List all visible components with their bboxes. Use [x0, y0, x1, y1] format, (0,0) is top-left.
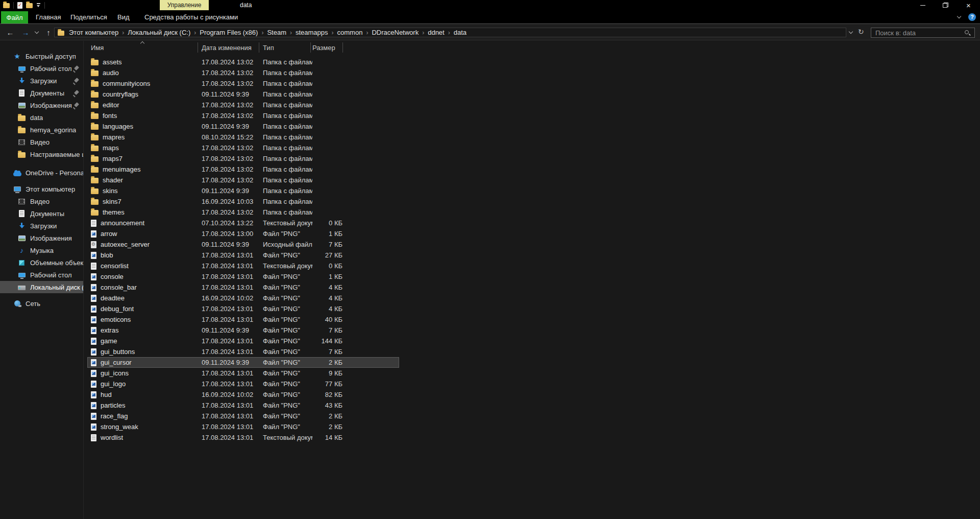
table-row[interactable]: languages09.11.2024 9:39Папка с файлами: [87, 121, 399, 132]
sidebar-item-музыка[interactable]: ♪Музыка: [0, 244, 83, 256]
table-row[interactable]: emoticons17.08.2024 13:01Файл "PNG"40 КБ: [87, 314, 399, 325]
table-row[interactable]: deadtee16.09.2024 10:02Файл "PNG"4 КБ: [87, 293, 399, 303]
tab-view[interactable]: Вид: [117, 10, 130, 23]
table-row[interactable]: countryflags09.11.2024 9:39Папка с файла…: [87, 89, 399, 100]
table-row[interactable]: race_flag17.08.2024 13:01Файл "PNG"2 КБ: [87, 411, 399, 421]
properties-icon[interactable]: [17, 2, 22, 9]
table-row[interactable]: announcement07.10.2024 13:22Текстовый до…: [87, 218, 399, 228]
search-input[interactable]: [871, 28, 974, 37]
table-row[interactable]: shader17.08.2024 13:02Папка с файлами: [87, 175, 399, 185]
table-row[interactable]: audio17.08.2024 13:02Папка с файлами: [87, 67, 399, 78]
sidebar-item-hernya-egorina[interactable]: hernya_egorina: [0, 124, 83, 136]
table-row[interactable]: censorlist17.08.2024 13:01Текстовый доку…: [87, 261, 399, 271]
breadcrumb-item[interactable]: Локальный диск (C:): [125, 29, 193, 36]
breadcrumb-item[interactable]: data: [451, 29, 469, 36]
table-row[interactable]: gui_cursor09.11.2024 9:39Файл "PNG"2 КБ: [87, 357, 399, 368]
sidebar-item-data[interactable]: data: [0, 111, 83, 124]
table-row[interactable]: gui_icons17.08.2024 13:01Файл "PNG"9 КБ: [87, 368, 399, 379]
breadcrumb-item[interactable]: DDraceNetwork: [369, 29, 421, 36]
table-row[interactable]: editor17.08.2024 13:02Папка с файлами: [87, 100, 399, 110]
sidebar-section-network[interactable]: Сеть: [0, 297, 83, 310]
table-row[interactable]: extras09.11.2024 9:39Файл "PNG"7 КБ: [87, 325, 399, 336]
table-row[interactable]: wordlist17.08.2024 13:01Текстовый докум.…: [87, 432, 399, 443]
column-header-name[interactable]: Имя: [91, 44, 104, 52]
sidebar-section-quick-access[interactable]: ★Быстрый доступ: [0, 50, 83, 62]
table-row[interactable]: skins09.11.2024 9:39Папка с файлами: [87, 185, 399, 196]
tab-picture-tools[interactable]: Средства работы с рисунками: [144, 10, 238, 23]
table-row[interactable]: hud16.09.2024 10:02Файл "PNG"82 КБ: [87, 389, 399, 400]
table-row[interactable]: particles17.08.2024 13:01Файл "PNG"43 КБ: [87, 400, 399, 411]
table-row[interactable]: themes17.08.2024 13:02Папка с файлами: [87, 207, 399, 218]
sidebar-section-onedrive[interactable]: OneDrive - Personal: [0, 167, 83, 179]
table-row[interactable]: mapres08.10.2024 15:22Папка с файлами: [87, 132, 399, 143]
sidebar-item-загрузки[interactable]: Загрузки: [0, 220, 83, 232]
table-row[interactable]: gui_logo17.08.2024 13:01Файл "PNG"77 КБ: [87, 379, 399, 389]
tab-home[interactable]: Главная: [36, 10, 61, 23]
new-folder-icon[interactable]: [26, 3, 33, 8]
sidebar-item-локальный-диск-c-[interactable]: Локальный диск (C:: [0, 281, 83, 293]
table-row[interactable]: arrow17.08.2024 13:00Файл "PNG"1 КБ: [87, 228, 399, 239]
table-row[interactable]: communityicons17.08.2024 13:02Папка с фа…: [87, 78, 399, 89]
column-divider[interactable]: [259, 42, 259, 53]
sidebar-item-label: Изображения: [30, 102, 72, 109]
column-header-date[interactable]: Дата изменения: [202, 44, 252, 52]
close-button[interactable]: ×: [957, 0, 980, 10]
sidebar-item-документы[interactable]: Документы: [0, 207, 83, 220]
address-box[interactable]: Этот компьютер›Локальный диск (C:)›Progr…: [54, 28, 846, 37]
sidebar-item-документы[interactable]: Документы: [0, 87, 83, 99]
column-header-size[interactable]: Размер: [312, 44, 335, 52]
table-row[interactable]: debug_font17.08.2024 13:01Файл "PNG"4 КБ: [87, 303, 399, 314]
sidebar-item-рабочий-стол[interactable]: Рабочий стол: [0, 62, 83, 75]
column-header-type[interactable]: Тип: [263, 44, 274, 52]
sidebar-item-загрузки[interactable]: Загрузки: [0, 75, 83, 87]
breadcrumb-item[interactable]: ddnet: [425, 29, 447, 36]
breadcrumb-item[interactable]: common: [335, 29, 365, 36]
table-row[interactable]: skins716.09.2024 10:03Папка с файлами: [87, 196, 399, 207]
table-row[interactable]: blob17.08.2024 13:01Файл "PNG"27 КБ: [87, 250, 399, 261]
table-row[interactable]: fonts17.08.2024 13:02Папка с файлами: [87, 110, 399, 121]
back-button[interactable]: ←: [4, 25, 16, 40]
tab-file[interactable]: Файл: [1, 11, 28, 23]
refresh-icon[interactable]: ↻: [858, 28, 864, 36]
expand-ribbon-icon[interactable]: [957, 14, 962, 19]
help-icon[interactable]: ?: [968, 13, 976, 21]
table-row[interactable]: maps717.08.2024 13:02Папка с файлами: [87, 153, 399, 164]
breadcrumb-item[interactable]: Этот компьютер: [66, 29, 121, 36]
sidebar-item-настраиваемые-ш[interactable]: Настраиваемые ш: [0, 148, 83, 160]
up-button[interactable]: ↑: [43, 25, 54, 40]
sidebar-item-видео[interactable]: Видео: [0, 136, 83, 148]
table-row[interactable]: assets17.08.2024 13:02Папка с файлами: [87, 57, 399, 67]
sidebar-gap: [0, 293, 83, 297]
table-row[interactable]: game17.08.2024 13:01Файл "PNG"144 КБ: [87, 336, 399, 346]
restore-button[interactable]: [934, 0, 957, 10]
sidebar-item-рабочий-стол[interactable]: Рабочий стол: [0, 269, 83, 281]
table-row[interactable]: menuimages17.08.2024 13:02Папка с файлам…: [87, 164, 399, 175]
sidebar-icon-wrap: ♪: [17, 247, 26, 254]
tab-share[interactable]: Поделиться: [70, 10, 107, 23]
recent-locations-icon[interactable]: [33, 25, 41, 40]
table-row[interactable]: autoexec_server09.11.2024 9:39Исходный ф…: [87, 239, 399, 250]
table-row[interactable]: strong_weak17.08.2024 13:01Файл "PNG"2 К…: [87, 421, 399, 432]
breadcrumb-item[interactable]: Program Files (x86): [197, 29, 260, 36]
minimize-button[interactable]: [911, 0, 934, 10]
customize-toolbar-icon[interactable]: [36, 3, 41, 8]
sidebar-item-видео[interactable]: Видео: [0, 195, 83, 207]
breadcrumb-item[interactable]: steamapps: [293, 29, 331, 36]
file-type: Файл "PNG": [263, 348, 312, 356]
table-row[interactable]: maps17.08.2024 13:02Папка с файлами: [87, 143, 399, 153]
column-divider[interactable]: [198, 42, 198, 53]
column-divider[interactable]: [310, 42, 311, 53]
sidebar-item-изображения[interactable]: Изображения: [0, 232, 83, 244]
sidebar-item-изображения[interactable]: Изображения: [0, 99, 83, 111]
address-dropdown-icon[interactable]: [848, 30, 853, 35]
file-type: Папка с файлами: [263, 208, 312, 216]
folder-icon[interactable]: [3, 3, 10, 8]
table-row[interactable]: console17.08.2024 13:01Файл "PNG"1 КБ: [87, 271, 399, 282]
table-row[interactable]: console_bar17.08.2024 13:01Файл "PNG"4 К…: [87, 282, 399, 293]
column-divider[interactable]: [342, 42, 343, 53]
sidebar-section-this-pc[interactable]: Этот компьютер: [0, 183, 83, 195]
table-row[interactable]: gui_buttons17.08.2024 13:01Файл "PNG"7 К…: [87, 346, 399, 357]
forward-button[interactable]: →: [19, 25, 32, 40]
sidebar-item-объемные-объекты[interactable]: Объемные объекты: [0, 256, 83, 269]
breadcrumb-item[interactable]: Steam: [264, 29, 289, 36]
